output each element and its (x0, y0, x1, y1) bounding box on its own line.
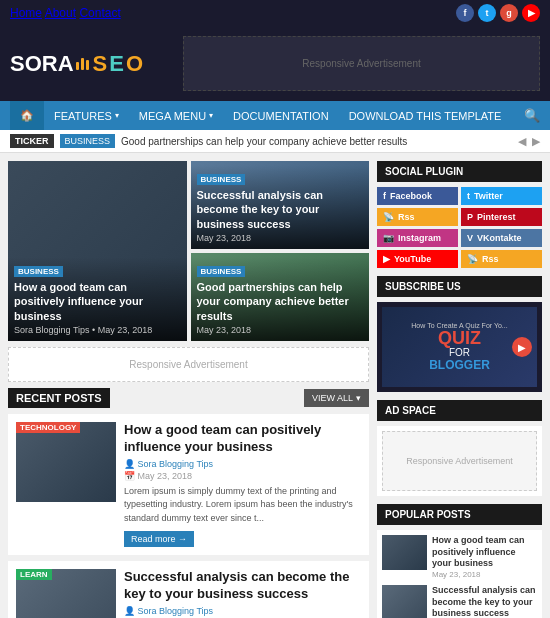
view-all-button[interactable]: VIEW ALL ▾ (304, 389, 369, 407)
logo-seo-s: S (93, 51, 108, 77)
quiz-blogger-text: BLOGGER (429, 358, 490, 372)
featured-left[interactable]: BUSINESS How a good team can positively … (8, 161, 187, 341)
ticker-controls: ◀ ▶ (518, 135, 540, 148)
popular-2-title: Successful analysis can become the key t… (432, 585, 537, 618)
ad-space-box: Responsive Advertisement (377, 426, 542, 496)
social-youtube[interactable]: ▶ YouTube (377, 250, 458, 268)
header-advertisement: Responsive Advertisement (183, 36, 540, 91)
featured-right-top-overlay: BUSINESS Successful analysis can become … (191, 165, 370, 249)
ticker-label: TICKER (10, 134, 54, 148)
post-1-author: 👤 Sora Blogging Tips (124, 459, 361, 469)
nav-mega-menu[interactable]: MEGA MENU ▾ (129, 102, 223, 130)
pin-icon: P (467, 212, 473, 222)
top-links: Home About Contact (10, 6, 121, 20)
social-grid: f Facebook t Twitter 📡 Rss P Pinterest 📷 (377, 187, 542, 268)
nav-search[interactable]: 🔍 (524, 108, 540, 123)
social-rss[interactable]: 📡 Rss (377, 208, 458, 226)
rss-icon: 📡 (383, 212, 394, 222)
logo-seo-e: E (109, 51, 124, 77)
logo[interactable]: SORA S E O (10, 51, 143, 77)
news-ticker: TICKER BUSINESS Good partnerships can he… (0, 130, 550, 153)
nav-features[interactable]: FEATURES ▾ (44, 102, 129, 130)
fb-icon: f (383, 191, 386, 201)
featured-left-date: • May 23, 2018 (92, 325, 152, 335)
yt-icon: ▶ (383, 254, 390, 264)
date-icon: 📅 (124, 471, 135, 481)
popular-posts-title: POPULAR POSTS (377, 504, 542, 525)
content-ad-banner: Responsive Advertisement (8, 347, 369, 382)
post-1-date: 📅 May 23, 2018 (124, 471, 361, 481)
social-plugin-section: SOCIAL PLUGIN f Facebook t Twitter 📡 Rss… (377, 161, 542, 268)
post-2-thumb: LEARN (16, 569, 116, 618)
post-1-thumb: TECHNOLOGY (16, 422, 116, 502)
youtube-icon[interactable]: ▶ (522, 4, 540, 22)
insta-icon: 📷 (383, 233, 394, 243)
ticker-business-tag: BUSINESS (60, 134, 116, 148)
play-button[interactable]: ▶ (512, 337, 532, 357)
social-icons: f t g ▶ (456, 4, 540, 22)
nav-documentation[interactable]: DOCUMENTATION (223, 102, 339, 130)
social-facebook[interactable]: f Facebook (377, 187, 458, 205)
social-pinterest[interactable]: P Pinterest (461, 208, 542, 226)
ticker-next-icon[interactable]: ▶ (532, 135, 540, 148)
featured-right-bottom-overlay: BUSINESS Good partnerships can help your… (191, 257, 370, 341)
ad-space-title: AD SPACE (377, 400, 542, 421)
popular-2-thumb (382, 585, 427, 618)
ad-space-content: Responsive Advertisement (382, 431, 537, 491)
facebook-icon[interactable]: f (456, 4, 474, 22)
about-link[interactable]: About (45, 6, 76, 20)
featured-left-tag: BUSINESS (14, 266, 63, 277)
post-2-title[interactable]: Successful analysis can become the key t… (124, 569, 361, 603)
logo-seo-o: O (126, 51, 143, 77)
featured-right-top[interactable]: BUSINESS Successful analysis can become … (191, 161, 370, 249)
nav-home[interactable]: 🏠 (10, 101, 44, 130)
ticker-text: Good partnerships can help your company … (121, 136, 512, 147)
main-wrap: BUSINESS How a good team can positively … (0, 153, 550, 618)
featured-right-top-title: Successful analysis can become the key t… (197, 188, 364, 231)
social-rss2[interactable]: 📡 Rss (461, 250, 542, 268)
subscribe-box: How To Create A Quiz For Yo... QUIZ FOR … (377, 302, 542, 392)
popular-item-1[interactable]: How a good team can positively influence… (382, 535, 537, 579)
post-item-2: LEARN Successful analysis can become the… (8, 561, 369, 618)
top-bar: Home About Contact f t g ▶ (0, 0, 550, 26)
search-icon[interactable]: 🔍 (524, 108, 540, 123)
post-1-excerpt: Lorem ipsum is simply dummy text of the … (124, 485, 361, 526)
popular-item-2[interactable]: Successful analysis can become the key t… (382, 585, 537, 618)
home-link[interactable]: Home (10, 6, 42, 20)
post-2-content: Successful analysis can become the key t… (124, 569, 361, 618)
popular-posts-list: How a good team can positively influence… (377, 530, 542, 618)
main-nav: 🏠 FEATURES ▾ MEGA MENU ▾ DOCUMENTATION D… (0, 101, 550, 130)
featured-right-bottom-date: May 23, 2018 (197, 325, 364, 335)
post-1-title[interactable]: How a good team can positively influence… (124, 422, 361, 456)
tw-icon: t (467, 191, 470, 201)
popular-1-thumb (382, 535, 427, 570)
subscribe-title: SUBSCRIBE US (377, 276, 542, 297)
featured-right-top-tag: BUSINESS (197, 174, 246, 185)
post-1-content: How a good team can positively influence… (124, 422, 361, 547)
content-area: BUSINESS How a good team can positively … (8, 161, 369, 618)
twitter-icon[interactable]: t (478, 4, 496, 22)
featured-right-bottom[interactable]: BUSINESS Good partnerships can help your… (191, 253, 370, 341)
author2-icon: 👤 (124, 606, 135, 616)
subscribe-section: SUBSCRIBE US How To Create A Quiz For Yo… (377, 276, 542, 392)
contact-link[interactable]: Contact (79, 6, 120, 20)
popular-posts-section: POPULAR POSTS How a good team can positi… (377, 504, 542, 618)
rss2-icon: 📡 (467, 254, 478, 264)
social-twitter[interactable]: t Twitter (461, 187, 542, 205)
ticker-prev-icon[interactable]: ◀ (518, 135, 526, 148)
social-plugin-title: SOCIAL PLUGIN (377, 161, 542, 182)
subscribe-image: How To Create A Quiz For Yo... QUIZ FOR … (382, 307, 537, 387)
quiz-big-text: QUIZ (438, 329, 481, 347)
mega-arrow: ▾ (209, 111, 213, 120)
nav-download[interactable]: DOWNLOAD THIS TEMPLATE (339, 102, 512, 130)
social-instagram[interactable]: 📷 Instagram (377, 229, 458, 247)
ad-space-section: AD SPACE Responsive Advertisement (377, 400, 542, 496)
recent-posts-header: RECENT POSTS VIEW ALL ▾ (8, 388, 369, 408)
post-2-tag: LEARN (16, 569, 52, 580)
view-all-arrow: ▾ (356, 393, 361, 403)
logo-sora: SORA (10, 51, 74, 77)
social-vk[interactable]: V VKontakte (461, 229, 542, 247)
post-1-read-more[interactable]: Read more → (124, 531, 194, 547)
googleplus-icon[interactable]: g (500, 4, 518, 22)
featured-left-author: Sora Blogging Tips (14, 325, 90, 335)
